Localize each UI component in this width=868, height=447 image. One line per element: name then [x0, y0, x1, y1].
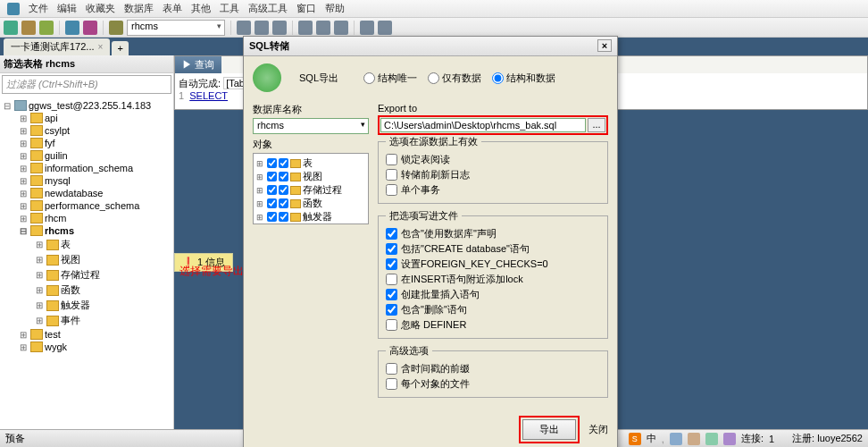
execute-icon[interactable]	[39, 21, 54, 35]
exportto-label: Export to	[378, 103, 608, 114]
dbname-label: 数据库名称	[253, 103, 369, 116]
tree-child[interactable]: ⊞事件	[34, 313, 171, 328]
tool-icon-4[interactable]	[298, 21, 313, 35]
status-icon-2[interactable]	[688, 433, 700, 445]
tool-icon-5[interactable]	[316, 21, 330, 35]
close-button[interactable]: 关闭	[588, 423, 608, 436]
db-icon[interactable]	[109, 21, 123, 35]
ime-icon[interactable]: S	[629, 433, 641, 445]
chk-file-per-object[interactable]: 每个对象的文件	[386, 376, 600, 392]
tree-child[interactable]: ⊞函数	[34, 283, 171, 298]
menu-edit[interactable]: 编辑	[57, 2, 77, 15]
tool-icon-1[interactable]	[237, 21, 251, 35]
new-query-icon[interactable]	[21, 21, 36, 35]
tree-db[interactable]: ⊞information_schema	[18, 162, 171, 174]
tree-db[interactable]: ⊞fyf	[18, 137, 171, 149]
chk-create-db[interactable]: 包括"CREATE database"语句	[386, 241, 600, 257]
tool-icon-7[interactable]	[360, 21, 374, 35]
status-ready: 预备	[5, 432, 25, 445]
database-selector[interactable]: rhcms	[127, 20, 225, 36]
group3-legend: 高级选项	[386, 344, 432, 358]
tree-child[interactable]: ⊞存储过程	[34, 267, 171, 283]
tree-db[interactable]: ⊞api	[18, 112, 171, 124]
registration: 注册: luoye2562	[792, 432, 863, 445]
menubar: 文件 编辑 收藏夹 数据库 表单 其他 工具 高级工具 窗口 帮助	[0, 0, 868, 18]
chk-lock-tables[interactable]: 锁定表阅读	[386, 152, 600, 167]
connection-tab[interactable]: 一卡通测试库172...×	[4, 38, 110, 55]
tree-db[interactable]: ⊞csylpt	[18, 124, 171, 137]
save-icon[interactable]	[83, 21, 97, 35]
export-button[interactable]: 导出	[522, 419, 576, 440]
tree-db[interactable]: ⊞performance_schema	[18, 199, 171, 212]
chk-single-tx[interactable]: 单个事务	[386, 182, 600, 198]
dbname-combo[interactable]: rhcms	[253, 118, 369, 134]
chk-flush-logs[interactable]: 转储前刷新日志	[386, 167, 600, 182]
menu-advtools[interactable]: 高级工具	[248, 2, 288, 15]
group1-legend: 选项在源数据上有效	[386, 135, 481, 148]
dialog-close-button[interactable]: ×	[597, 39, 612, 52]
chk-bulk-insert[interactable]: 创建批量插入语句	[386, 287, 600, 302]
app-icon	[7, 3, 20, 15]
chk-use-db[interactable]: 包含"使用数据库"声明	[386, 226, 600, 241]
source-options-group: 选项在源数据上有效 锁定表阅读 转储前刷新日志 单个事务	[378, 135, 608, 204]
conn-value: 1	[769, 434, 774, 444]
menu-others[interactable]: 其他	[191, 2, 211, 15]
dialog-title-text: SQL转储	[249, 39, 289, 53]
new-tab-button[interactable]: +	[112, 41, 128, 55]
menu-database[interactable]: 数据库	[124, 2, 154, 15]
chk-drop[interactable]: 包含"删除"语句	[386, 302, 600, 317]
menu-window[interactable]: 窗口	[296, 2, 316, 15]
tool-icon-3[interactable]	[272, 21, 287, 35]
tree-db[interactable]: ⊞rhcm	[18, 212, 171, 224]
tree-db[interactable]: ⊞mysql	[18, 174, 171, 187]
chk-insert-lock[interactable]: 在INSERT语句附近添加lock	[386, 272, 600, 287]
tree-db[interactable]: ⊞newdatabase	[18, 187, 171, 199]
export-label: SQL导出	[299, 72, 338, 85]
status-icon-1[interactable]	[670, 433, 682, 445]
radio-both[interactable]: 结构和数据	[492, 72, 555, 85]
tree-child[interactable]: ⊞表	[34, 237, 171, 252]
tree-db-current[interactable]: ⊟rhcms	[18, 224, 171, 237]
toolbar: rhcms	[0, 18, 868, 38]
objtree-item[interactable]: ⊞存储过程	[256, 183, 365, 197]
tool-icon-8[interactable]	[378, 21, 392, 35]
export-icon	[253, 63, 281, 92]
objtree-item[interactable]: ⊞表	[256, 156, 365, 170]
close-tab-icon[interactable]: ×	[98, 42, 104, 52]
radio-structure-only[interactable]: 结构唯一	[363, 72, 417, 85]
query-tab[interactable]: ▶ 查询	[175, 56, 221, 73]
chk-fk-checks[interactable]: 设置FOREIGN_KEY_CHECKS=0	[386, 257, 600, 272]
menu-tools[interactable]: 工具	[220, 2, 239, 15]
radio-data-only[interactable]: 仅有数据	[428, 72, 481, 85]
new-connection-icon[interactable]	[4, 21, 18, 35]
object-tree: ⊟ggws_test@223.255.14.183 ⊞api⊞csylpt⊞fy…	[0, 96, 173, 431]
file-options-group: 把选项写进文件 包含"使用数据库"声明 包括"CREATE database"语…	[378, 209, 608, 339]
status-icon-4[interactable]	[723, 433, 736, 445]
menu-table[interactable]: 表单	[163, 2, 182, 15]
tool-icon-2[interactable]	[255, 21, 269, 35]
tree-child[interactable]: ⊞触发器	[34, 298, 171, 313]
objects-tree[interactable]: ⊞表⊞视图⊞存储过程⊞函数⊞触发器⊞事件	[253, 153, 369, 224]
tree-db[interactable]: ⊞wygk	[18, 341, 171, 353]
tool-icon-6[interactable]	[334, 21, 348, 35]
menu-file[interactable]: 文件	[29, 2, 48, 15]
objtree-item[interactable]: ⊞函数	[256, 197, 365, 210]
tree-child[interactable]: ⊞视图	[34, 252, 171, 267]
filter-input[interactable]: 过滤器 (Ctrl+Shift+B)	[2, 75, 171, 94]
export-path-highlight: ...	[378, 115, 608, 135]
objtree-item[interactable]: ⊞事件	[256, 224, 365, 224]
status-icon-3[interactable]	[705, 433, 718, 445]
browse-button[interactable]: ...	[588, 118, 605, 132]
export-path-input[interactable]	[380, 118, 586, 132]
objtree-item[interactable]: ⊞触发器	[256, 210, 365, 224]
tree-db[interactable]: ⊞guilin	[18, 149, 171, 162]
refresh-icon[interactable]	[65, 21, 79, 35]
chk-timestamp-prefix[interactable]: 含时间戳的前缀	[386, 361, 600, 376]
menu-help[interactable]: 帮助	[325, 2, 345, 15]
tree-root[interactable]: ⊟ggws_test@223.255.14.183	[2, 99, 171, 112]
menu-favorites[interactable]: 收藏夹	[86, 2, 115, 15]
chk-ignore-definer[interactable]: 忽略 DEFINER	[386, 317, 600, 333]
objtree-item[interactable]: ⊞视图	[256, 170, 365, 183]
tree-db[interactable]: ⊞test	[18, 328, 171, 341]
dialog-titlebar[interactable]: SQL转储 ×	[244, 37, 617, 56]
